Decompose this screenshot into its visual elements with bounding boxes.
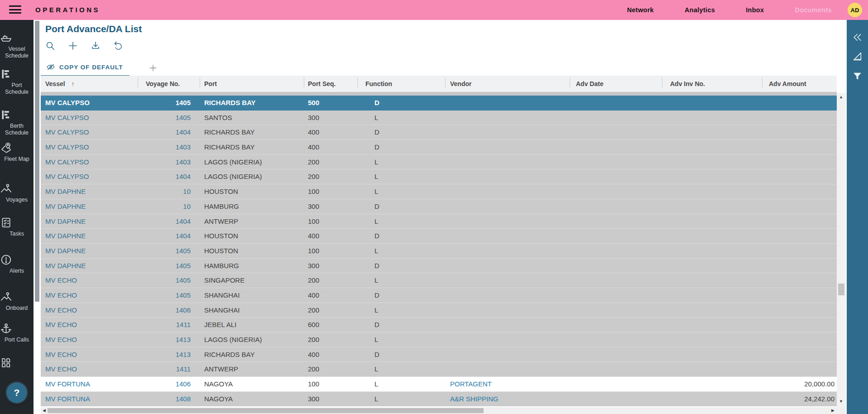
- sidebar-item-voyages[interactable]: Voyages: [0, 183, 34, 203]
- measure-button[interactable]: [847, 47, 868, 65]
- table-row[interactable]: MV ECHO1405SINGAPORE200L: [41, 273, 837, 288]
- sidebar-item-onboard[interactable]: Onboard: [0, 291, 34, 312]
- sidebar-item-documents[interactable]: [0, 357, 34, 369]
- undo-button[interactable]: [111, 39, 125, 53]
- scroll-left-arrow-icon[interactable]: ◀: [43, 409, 46, 413]
- cell-vessel[interactable]: MV DAPHNE: [41, 199, 138, 214]
- table-row[interactable]: MV DAPHNE1405HAMBURG300D: [41, 259, 837, 274]
- hamburger-menu-icon[interactable]: [9, 5, 21, 14]
- cell-vendor[interactable]: PORTAGENT: [445, 377, 570, 392]
- cell-voyage_no[interactable]: 1403: [138, 140, 200, 155]
- table-row[interactable]: MV CALYPSO1404RICHARDS BAY400D: [41, 125, 837, 140]
- table-row[interactable]: MV DAPHNE10HAMBURG300D: [41, 199, 837, 214]
- cell-voyage_no[interactable]: 1411: [138, 362, 200, 377]
- tab-copy-of-default[interactable]: COPY OF DEFAULT: [41, 59, 129, 77]
- table-row[interactable]: MV FORTUNA1406NAGOYA100LPORTAGENT20,000.…: [41, 377, 837, 392]
- scroll-up-arrow-icon[interactable]: ▲: [839, 95, 843, 99]
- table-row[interactable]: MV CALYPSO1405RICHARDS BAY500D: [41, 96, 837, 111]
- column-header-function[interactable]: Function: [357, 76, 445, 92]
- sidebar-item-port-schedule[interactable]: Port Schedule: [0, 68, 34, 95]
- horizontal-scrollbar[interactable]: ◀ ▶: [41, 407, 837, 414]
- cell-vessel[interactable]: MV DAPHNE: [41, 184, 138, 199]
- cell-voyage_no[interactable]: 1413: [138, 347, 200, 362]
- cell-voyage_no[interactable]: 1408: [138, 392, 200, 407]
- cell-vessel[interactable]: MV DAPHNE: [41, 259, 138, 274]
- cell-voyage_no[interactable]: 1413: [138, 332, 200, 347]
- sidebar-item-tasks[interactable]: Tasks: [0, 217, 34, 237]
- table-row[interactable]: MV DAPHNE1405HOUSTON100L: [41, 244, 837, 259]
- column-header-port[interactable]: Port: [200, 76, 304, 92]
- sidebar-item-port-calls[interactable]: Port Calls: [0, 323, 34, 343]
- scroll-right-arrow-icon[interactable]: ▶: [831, 409, 834, 413]
- column-header-adv_inv_no[interactable]: Adv Inv No.: [662, 76, 762, 92]
- table-row[interactable]: MV ECHO1405SHANGHAI400D: [41, 288, 837, 303]
- cell-vessel[interactable]: MV FORTUNA: [41, 392, 138, 407]
- column-header-vendor[interactable]: Vendor: [445, 76, 570, 92]
- table-row[interactable]: MV ECHO1411ANTWERP200L: [41, 362, 837, 377]
- cell-voyage_no[interactable]: 1404: [138, 214, 200, 229]
- table-row[interactable]: MV CALYPSO1405SANTOS300L: [41, 111, 837, 125]
- add-view-tab-button[interactable]: [146, 61, 160, 75]
- add-button[interactable]: [66, 39, 80, 53]
- filter-button[interactable]: [847, 67, 868, 85]
- cell-vessel[interactable]: MV FORTUNA: [41, 377, 138, 392]
- vertical-scrollbar-thumb[interactable]: [838, 284, 844, 295]
- cell-voyage_no[interactable]: 1405: [138, 273, 200, 288]
- cell-vessel[interactable]: MV ECHO: [41, 303, 138, 318]
- cell-vessel[interactable]: MV DAPHNE: [41, 229, 138, 244]
- sidebar-item-alerts[interactable]: Alerts: [0, 254, 34, 274]
- cell-vessel[interactable]: MV ECHO: [41, 318, 138, 332]
- column-header-adv_date[interactable]: Adv Date: [570, 76, 662, 92]
- cell-vessel[interactable]: MV DAPHNE: [41, 244, 138, 259]
- topnav-documents[interactable]: Documents: [795, 6, 832, 14]
- column-header-adv_amount[interactable]: Adv Amount: [762, 76, 837, 92]
- cell-vessel[interactable]: MV ECHO: [41, 273, 138, 288]
- cell-vessel[interactable]: MV CALYPSO: [41, 140, 138, 155]
- cell-vendor[interactable]: A&R SHIPPING: [445, 392, 570, 407]
- cell-vessel[interactable]: MV ECHO: [41, 288, 138, 303]
- cell-voyage_no[interactable]: 1405: [138, 96, 200, 111]
- cell-voyage_no[interactable]: 1411: [138, 318, 200, 332]
- table-row[interactable]: MV DAPHNE1404ANTWERP100L: [41, 214, 837, 229]
- cell-vessel[interactable]: MV CALYPSO: [41, 155, 138, 170]
- cell-voyage_no[interactable]: 1405: [138, 244, 200, 259]
- sidebar-item-berth-schedule[interactable]: Berth Schedule: [0, 109, 34, 136]
- cell-voyage_no[interactable]: 10: [138, 184, 200, 199]
- cell-voyage_no[interactable]: 1404: [138, 125, 200, 140]
- topnav-network[interactable]: Network: [627, 6, 654, 14]
- cell-voyage_no[interactable]: 1404: [138, 169, 200, 184]
- column-header-voyage_no[interactable]: Voyage No.: [138, 76, 200, 92]
- table-row[interactable]: MV DAPHNE1404HOUSTON400D: [41, 229, 837, 244]
- table-row[interactable]: MV ECHO1411JEBEL ALI600D: [41, 318, 837, 332]
- table-row[interactable]: MV DAPHNE10HOUSTON100L: [41, 184, 837, 199]
- table-row[interactable]: MV FORTUNA1408NAGOYA300LA&R SHIPPING24,2…: [41, 392, 837, 407]
- cell-voyage_no[interactable]: 1406: [138, 377, 200, 392]
- sidebar-item-fleet-map[interactable]: Fleet Map: [0, 142, 34, 163]
- column-header-vessel[interactable]: Vessel↑: [41, 76, 138, 92]
- vertical-scrollbar[interactable]: ▲ ▼: [837, 93, 846, 407]
- cell-vessel[interactable]: MV CALYPSO: [41, 96, 138, 111]
- cell-vessel[interactable]: MV CALYPSO: [41, 169, 138, 184]
- cell-voyage_no[interactable]: 1405: [138, 111, 200, 125]
- table-row[interactable]: MV CALYPSO1403RICHARDS BAY400D: [41, 140, 837, 155]
- collapse-button[interactable]: [847, 28, 868, 46]
- cell-vessel[interactable]: MV CALYPSO: [41, 125, 138, 140]
- table-row[interactable]: MV CALYPSO1404LAGOS (NIGERIA)200L: [41, 169, 837, 184]
- avatar[interactable]: AD: [848, 3, 862, 17]
- cell-vessel[interactable]: MV ECHO: [41, 362, 138, 377]
- cell-voyage_no[interactable]: 1404: [138, 229, 200, 244]
- topnav-analytics[interactable]: Analytics: [685, 6, 715, 14]
- sidebar-scrollbar-thumb[interactable]: [35, 21, 39, 302]
- column-header-port_seq[interactable]: Port Seq.: [304, 76, 357, 92]
- cell-vessel[interactable]: MV ECHO: [41, 347, 138, 362]
- cell-voyage_no[interactable]: 1406: [138, 303, 200, 318]
- cell-voyage_no[interactable]: 1405: [138, 288, 200, 303]
- horizontal-scrollbar-thumb[interactable]: [48, 408, 484, 413]
- cell-voyage_no[interactable]: 1403: [138, 155, 200, 170]
- cell-voyage_no[interactable]: 1405: [138, 259, 200, 274]
- download-button[interactable]: [89, 39, 102, 53]
- cell-vessel[interactable]: MV CALYPSO: [41, 111, 138, 125]
- table-row[interactable]: MV ECHO1406SHANGHAI200L: [41, 303, 837, 318]
- search-button[interactable]: [43, 39, 57, 53]
- sidebar-item-vessel-schedule[interactable]: Vessel Schedule: [0, 32, 34, 59]
